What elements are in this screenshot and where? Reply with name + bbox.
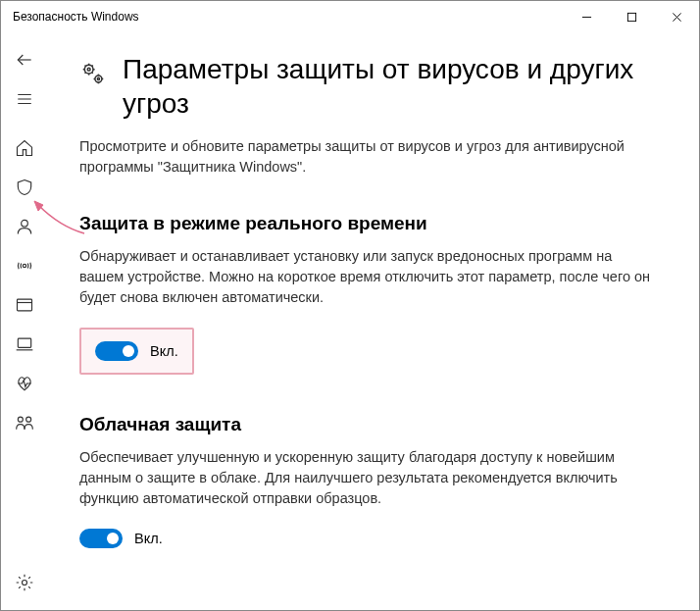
menu-button[interactable] (1, 79, 48, 119)
section-desc-realtime: Обнаруживает и останавливает установку и… (79, 246, 660, 308)
section-desc-cloud: Обеспечивает улучшенную и ускоренную защ… (79, 447, 660, 509)
toggle-row-cloud: Вкл. (79, 529, 660, 548)
svg-point-14 (18, 417, 23, 422)
svg-point-28 (95, 76, 102, 82)
sidebar-item-firewall[interactable] (1, 246, 48, 285)
cloud-protection-toggle[interactable] (79, 529, 123, 548)
window-body: Параметры защиты от вирусов и других угр… (1, 32, 699, 610)
page-title: Параметры защиты от вирусов и других угр… (123, 52, 660, 121)
svg-point-19 (87, 68, 90, 71)
section-cloud-protection: Облачная защита Обеспечивает улучшенную … (79, 414, 660, 548)
sidebar-item-device-security[interactable] (1, 325, 48, 364)
svg-line-25 (92, 73, 93, 74)
sidebar (1, 32, 48, 610)
section-realtime-protection: Защита в режиме реального времени Обнару… (79, 213, 660, 375)
sidebar-item-virus-protection[interactable] (1, 168, 48, 207)
svg-point-16 (23, 581, 27, 586)
svg-point-15 (26, 417, 31, 422)
annotation-highlight-box: Вкл. (79, 328, 194, 375)
minimize-button[interactable] (564, 1, 609, 32)
toggle-row-realtime: Вкл. (95, 341, 178, 361)
section-title-cloud: Облачная защита (79, 414, 660, 435)
svg-line-26 (85, 73, 86, 74)
window-title: Безопасность Windows (13, 10, 139, 24)
svg-line-24 (85, 66, 86, 67)
window-controls (564, 1, 699, 32)
toggle-label-realtime: Вкл. (150, 343, 178, 359)
close-button[interactable] (654, 1, 699, 32)
sidebar-item-family-options[interactable] (1, 403, 48, 442)
window: Безопасность Windows (0, 0, 700, 611)
svg-point-29 (97, 77, 99, 79)
realtime-protection-toggle[interactable] (95, 341, 138, 361)
sidebar-item-settings[interactable] (1, 563, 48, 602)
sidebar-item-app-browser-control[interactable] (1, 285, 48, 325)
page-header: Параметры защиты от вирусов и других угр… (79, 52, 660, 121)
svg-point-18 (84, 65, 93, 74)
settings-gears-icon (79, 60, 107, 87)
svg-point-8 (22, 220, 28, 227)
section-title-realtime: Защита в режиме реального времени (79, 213, 660, 234)
svg-point-9 (23, 264, 25, 267)
back-button[interactable] (1, 40, 48, 79)
svg-line-27 (92, 66, 93, 67)
sidebar-item-device-performance[interactable] (1, 364, 48, 403)
titlebar: Безопасность Windows (1, 1, 699, 32)
svg-rect-10 (18, 299, 32, 311)
svg-rect-12 (18, 338, 30, 347)
toggle-label-cloud: Вкл. (134, 531, 163, 546)
sidebar-item-account-protection[interactable] (1, 207, 48, 246)
content-area: Параметры защиты от вирусов и других угр… (48, 32, 699, 610)
maximize-button[interactable] (609, 1, 654, 32)
svg-rect-1 (627, 13, 635, 21)
sidebar-item-home[interactable] (1, 128, 48, 168)
page-description: Просмотрите и обновите параметры защиты … (79, 136, 660, 178)
